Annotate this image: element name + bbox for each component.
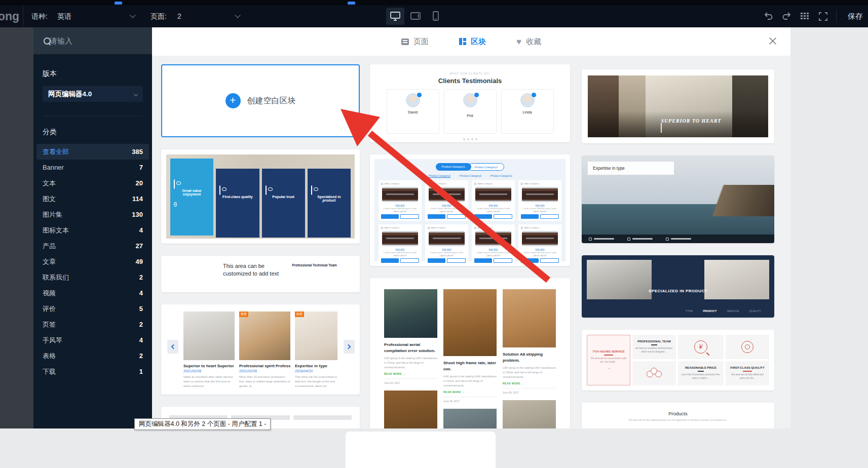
products-subtitle: This area can be fully edited and gives … xyxy=(582,419,774,421)
document-check-icon xyxy=(311,185,312,195)
category-links: • Product Category2 • Product Category2 … xyxy=(379,174,561,177)
block-library-sidebar: 版本 网页编辑器4.0 分类 查看全部385 Banner7 文本20 图文11… xyxy=(33,27,152,428)
search-bar[interactable] xyxy=(33,27,152,54)
version-select[interactable]: 网页编辑器4.0 xyxy=(43,86,143,102)
template-card-furniture[interactable]: SPECIALIZED IN PRODUCT TYPE PRODUCT SERV… xyxy=(582,255,774,318)
cliff-photo xyxy=(698,185,774,216)
read-more-link: READ MORE → xyxy=(384,372,437,375)
testimonials-title: Clients Testimonials xyxy=(370,77,570,85)
template-card-product-grid[interactable]: Product Category1 Product Category1 • Pr… xyxy=(370,154,570,266)
aerial-photo xyxy=(384,289,437,338)
mobile-preview-button[interactable] xyxy=(427,8,445,25)
gallery-column-1: + 创建空白区块 Great value enjoyment + F xyxy=(161,64,360,428)
create-blank-block-card[interactable]: + 创建空白区块 xyxy=(161,64,360,137)
sidebar-item-tabs[interactable]: 页签2 xyxy=(36,317,149,332)
app-screen: ong 语种: 英语 页面: 2 xyxy=(0,0,868,468)
category-pills: Product Category1 Product Category1 xyxy=(379,163,561,171)
category-tag: 科研 xyxy=(295,311,304,317)
language-chevron-down-icon[interactable] xyxy=(130,12,135,18)
sidebar-divider xyxy=(43,116,143,116)
sidebar-item-review[interactable]: 评价5 xyxy=(36,301,149,317)
furniture-title: SPECIALIZED IN PRODUCT xyxy=(582,289,774,293)
article-item: Professional aerial compilation error so… xyxy=(384,289,437,428)
sidebar-item-article[interactable]: 文章49 xyxy=(36,254,149,269)
drum-product-image xyxy=(429,187,465,202)
team-people-icon xyxy=(647,368,662,379)
grid-layout-icon[interactable] xyxy=(800,11,810,21)
pagination-dots xyxy=(370,138,570,140)
template-card-articles[interactable]: Professional aerial compilation error so… xyxy=(370,278,570,428)
sidebar-item-view-all[interactable]: 查看全部385 xyxy=(36,144,149,160)
carousel-prev-button[interactable] xyxy=(167,340,178,354)
template-card-photo-collage[interactable]: SUPERIOR TO HEART xyxy=(582,69,774,143)
category-pill-active: Product Category1 xyxy=(436,163,471,171)
toolbar-right-group: 保存 xyxy=(763,5,863,27)
category-list: 查看全部385 Banner7 文本20 图文114 图片集130 图标文本4 … xyxy=(43,144,143,379)
button-placeholder xyxy=(661,123,662,133)
feature-text: PROFESSIONAL TEAM we have an excellent t… xyxy=(632,335,676,359)
carousel-next-button[interactable] xyxy=(344,340,355,354)
block-picker-panel: 页面 区块 ♥ 收藏 + 创建空白区块 xyxy=(152,27,790,428)
tablet-preview-button[interactable] xyxy=(406,8,425,25)
testimonial-card: Linda xyxy=(501,89,554,134)
chevron-right-icon xyxy=(346,344,351,349)
sidebar-item-text[interactable]: 文本20 xyxy=(36,175,149,191)
language-value[interactable]: 英语 xyxy=(57,5,71,27)
testimonial-card: Phil xyxy=(444,89,497,134)
template-card-text-block[interactable]: This area can be customized to add text … xyxy=(161,256,360,292)
sidebar-item-contact-us[interactable]: 联系我们2 xyxy=(36,269,149,285)
sidebar-item-image-text[interactable]: 图文114 xyxy=(36,191,149,207)
desktop-preview-button[interactable] xyxy=(386,8,404,25)
read-more-link: READ MORE → xyxy=(443,391,497,394)
template-card-news-carousel[interactable]: Superior to heart Superior to he... 2021… xyxy=(161,304,360,395)
avatar xyxy=(520,93,535,107)
product-cell: Add to CompareDW-800Castle Caesar DW7002… xyxy=(425,180,468,221)
heart-icon: ♥ xyxy=(516,37,521,46)
fullscreen-icon[interactable] xyxy=(818,11,828,21)
search-input[interactable] xyxy=(50,36,150,45)
testimonial-card: David xyxy=(387,89,439,134)
sidebar-item-table[interactable]: 表格2 xyxy=(36,348,149,364)
sidebar-item-banner[interactable]: Banner7 xyxy=(36,160,149,175)
close-icon[interactable] xyxy=(768,36,777,46)
product-cell: Add to CompareDW-800Castle Caesar DW7002… xyxy=(518,180,561,221)
category-pill: Product Category1 xyxy=(468,163,505,171)
page-chevron-down-icon[interactable] xyxy=(235,12,240,18)
gallery-column-2: WHAT OUR CLIENTS SAY Clients Testimonial… xyxy=(370,64,570,428)
template-card-features[interactable]: PROFESSIONAL TEAM we have an excellent t… xyxy=(582,330,774,391)
desert-drone-photo xyxy=(503,289,556,347)
save-button[interactable]: 保存 xyxy=(845,12,863,21)
furniture-photos xyxy=(587,260,769,299)
products-title: Products xyxy=(582,411,774,416)
tab-block[interactable]: 区块 xyxy=(459,37,486,47)
text-block-right: Professional Technical Team xyxy=(292,262,352,286)
carousel-item: Superior to heart Superior to he... 2021… xyxy=(183,311,235,388)
banner-panel: Great value enjoyment + xyxy=(170,159,213,236)
undo-icon[interactable] xyxy=(763,11,773,21)
sidebar-item-product[interactable]: 产品27 xyxy=(36,238,149,254)
testimonial-cards: David Phil Linda xyxy=(370,89,570,134)
toolbar-divider xyxy=(23,5,23,27)
sidebar-item-accordion[interactable]: 手风琴4 xyxy=(36,332,149,348)
template-card-testimonials[interactable]: WHAT OUR CLIENTS SAY Clients Testimonial… xyxy=(370,64,570,142)
language-label: 语种: xyxy=(31,5,48,27)
sidebar-item-video[interactable]: 视频4 xyxy=(36,285,149,301)
sidebar-item-gallery[interactable]: 图片集130 xyxy=(36,207,149,222)
product-cell: Add to CompareDW-800Castle Caesar DW7002… xyxy=(472,224,515,265)
tab-favorites[interactable]: ♥ 收藏 xyxy=(516,37,541,47)
feature-highlight-box: 7*24 HOURS SERVICE this area can be cust… xyxy=(587,335,630,385)
sidebar-item-download[interactable]: 下载1 xyxy=(36,364,149,379)
quote-badge-icon xyxy=(417,92,422,98)
template-card-ocean-banner[interactable]: Expertise in type xyxy=(582,155,774,243)
redo-icon[interactable] xyxy=(781,11,791,21)
template-card-products-list[interactable]: Products This area can be fully edited a… xyxy=(582,403,774,428)
tab-page[interactable]: 页面 xyxy=(401,37,429,47)
template-card-banner-panels[interactable]: Great value enjoyment + First-class qual… xyxy=(161,149,360,244)
quote-badge-icon xyxy=(474,92,479,98)
document-check-icon xyxy=(219,185,220,195)
category-section-label: 分类 xyxy=(43,128,143,137)
feature-icon-cell xyxy=(632,361,676,385)
editor-toolbar: ong 语种: 英语 页面: 2 xyxy=(0,5,868,27)
page-value[interactable]: 2 xyxy=(177,5,181,27)
sidebar-item-icon-text[interactable]: 图标文本4 xyxy=(36,222,149,238)
